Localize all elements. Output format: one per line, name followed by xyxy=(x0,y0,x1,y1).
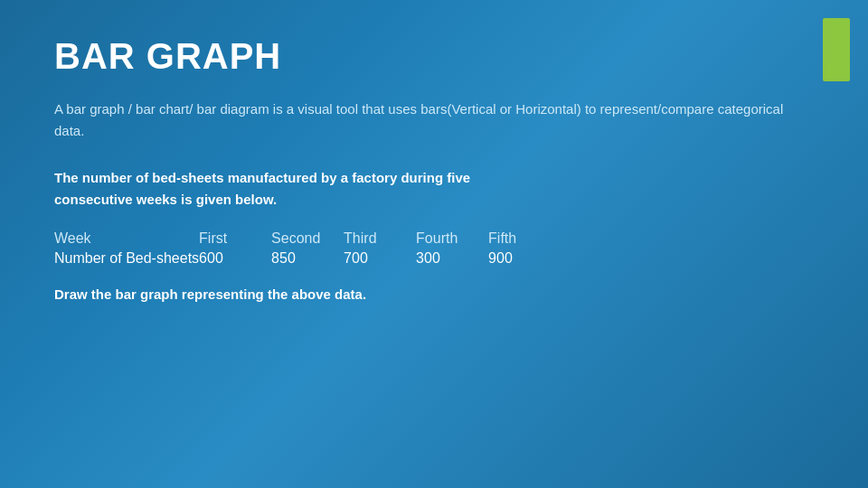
cell-600: 600 xyxy=(199,249,271,270)
header-week: Week xyxy=(54,227,199,249)
description-text: A bar graph / bar chart/ bar diagram is … xyxy=(54,99,796,142)
header-fifth: Fifth xyxy=(488,227,561,249)
slide-container: BAR GRAPH A bar graph / bar chart/ bar d… xyxy=(0,0,868,488)
page-title: BAR GRAPH xyxy=(54,36,814,77)
cell-700: 700 xyxy=(344,249,416,270)
cell-300: 300 xyxy=(416,249,488,270)
problem-line1: The number of bed-sheets manufactured by… xyxy=(54,170,470,185)
header-first: First xyxy=(199,227,271,249)
draw-instruction: Draw the bar graph representing the abov… xyxy=(54,286,814,302)
cell-850: 850 xyxy=(271,249,344,270)
table-data-row: Number of Bed-sheets 600 850 700 300 900 xyxy=(54,249,561,270)
cell-900: 900 xyxy=(488,249,561,270)
header-fourth: Fourth xyxy=(416,227,488,249)
problem-line2: consecutive weeks is given below. xyxy=(54,192,277,207)
cell-label: Number of Bed-sheets xyxy=(54,249,199,270)
problem-statement: The number of bed-sheets manufactured by… xyxy=(54,167,814,211)
data-table: Week First Second Third Fourth Fifth Num… xyxy=(54,227,561,270)
decoration-green-rect xyxy=(823,18,850,81)
header-third: Third xyxy=(344,227,416,249)
header-second: Second xyxy=(271,227,344,249)
table-header-row: Week First Second Third Fourth Fifth xyxy=(54,227,561,249)
